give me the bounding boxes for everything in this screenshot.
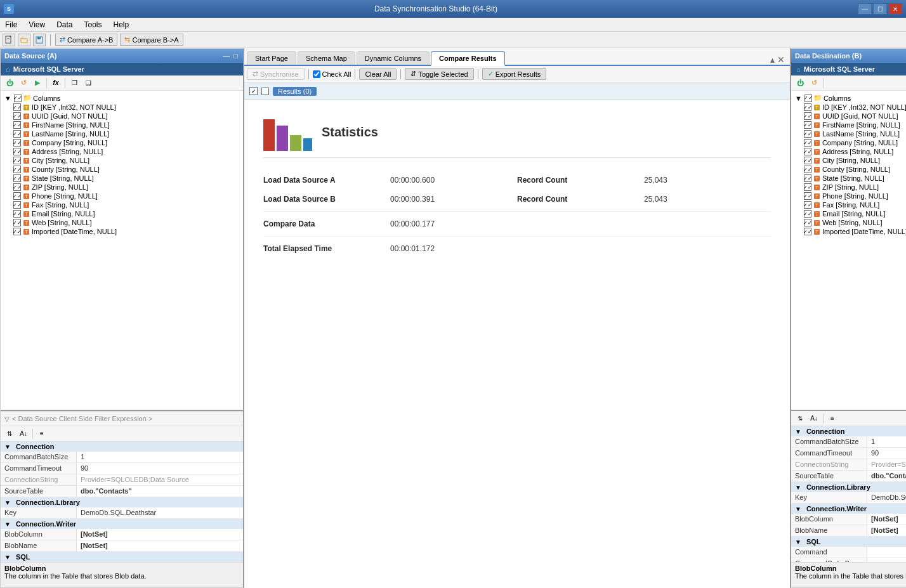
right-field-checkbox-3[interactable]: ✓: [804, 130, 811, 138]
right-tree-item-1[interactable]: ✓ T UUID [Guid, NOT NULL]: [794, 112, 906, 121]
right-field-checkbox-1[interactable]: ✓: [804, 112, 811, 120]
left-tree-item-2[interactable]: ✓ T FirstName [String, NULL]: [3, 121, 240, 129]
left-tree-item-6[interactable]: ✓ T City [String, NULL]: [3, 156, 240, 165]
check-all-label[interactable]: Check All: [313, 70, 351, 78]
left-field-checkbox-5[interactable]: ✓: [13, 148, 21, 155]
tab-start-page[interactable]: Start Page: [247, 51, 296, 65]
left-sort-button[interactable]: ⇅: [3, 428, 16, 440]
left-tree-item-10[interactable]: ✓ T Phone [String, NULL]: [3, 192, 240, 200]
toggle-selected-button[interactable]: ⇵ Toggle Selected: [405, 68, 473, 80]
left-tree-item-12[interactable]: ✓ T Email [String, NULL]: [3, 209, 240, 218]
left-run-button[interactable]: ▶: [31, 77, 44, 89]
toolbar-btn-new[interactable]: [3, 34, 15, 46]
right-connwriter-section[interactable]: ▼ Connection.Writer: [791, 504, 906, 514]
left-tree-item-8[interactable]: ✓ T State [String, NULL]: [3, 174, 240, 183]
right-field-checkbox-7[interactable]: ✓: [804, 166, 811, 173]
menu-data[interactable]: Data: [54, 19, 75, 30]
left-tree-item-3[interactable]: ✓ T LastName [String, NULL]: [3, 129, 240, 138]
left-sql-section[interactable]: ▼ SQL: [1, 552, 243, 562]
left-field-checkbox-6[interactable]: ✓: [13, 157, 21, 164]
left-float-button[interactable]: □: [232, 52, 239, 60]
right-field-checkbox-4[interactable]: ✓: [804, 139, 811, 147]
left-field-checkbox-2[interactable]: ✓: [13, 121, 21, 129]
right-sql-section[interactable]: ▼ SQL: [791, 537, 906, 547]
right-tree-item-9[interactable]: ✓ T ZIP [String, NULL]: [794, 183, 906, 192]
left-field-checkbox-1[interactable]: ✓: [13, 112, 21, 120]
toolbar-btn-save[interactable]: [33, 34, 46, 46]
right-field-checkbox-13[interactable]: ✓: [804, 219, 811, 226]
left-field-checkbox-3[interactable]: ✓: [13, 130, 21, 138]
left-field-checkbox-7[interactable]: ✓: [13, 166, 21, 173]
left-field-checkbox-12[interactable]: ✓: [13, 210, 21, 218]
check-all-checkbox[interactable]: [313, 70, 320, 78]
left-field-checkbox-9[interactable]: ✓: [13, 183, 21, 191]
left-field-checkbox-0[interactable]: ✓: [13, 103, 21, 111]
left-tree-item-7[interactable]: ✓ T County [String, NULL]: [3, 165, 240, 174]
left-field-checkbox-10[interactable]: ✓: [13, 192, 21, 200]
right-tree-item-12[interactable]: ✓ T Email [String, NULL]: [794, 209, 906, 218]
left-field-checkbox-4[interactable]: ✓: [13, 139, 21, 147]
left-refresh-button[interactable]: ↺: [17, 77, 30, 89]
left-field-checkbox-11[interactable]: ✓: [13, 201, 21, 209]
left-tree-item-9[interactable]: ✓ T ZIP [String, NULL]: [3, 183, 240, 192]
left-field-checkbox-14[interactable]: ✓: [13, 228, 21, 235]
menu-tools[interactable]: Tools: [82, 19, 105, 30]
left-tree-item-11[interactable]: ✓ T Fax [String, NULL]: [3, 200, 240, 209]
left-paste-button[interactable]: ❑: [82, 77, 95, 89]
right-field-checkbox-5[interactable]: ✓: [804, 148, 811, 155]
right-field-checkbox-8[interactable]: ✓: [804, 174, 811, 182]
left-tree-item-5[interactable]: ✓ T Address [String, NULL]: [3, 147, 240, 156]
left-connlib-section[interactable]: ▼ Connection.Library: [1, 497, 243, 507]
right-tree-item-2[interactable]: ✓ T FirstName [String, NULL]: [794, 121, 906, 129]
right-tree-item-11[interactable]: ✓ T Fax [String, NULL]: [794, 200, 906, 209]
right-connlib-section[interactable]: ▼ Connection.Library: [791, 482, 906, 492]
tree-root-checkbox[interactable]: ✓: [14, 95, 22, 102]
left-fx-button[interactable]: fx: [49, 77, 62, 89]
tab-schema-map[interactable]: Schema Map: [298, 51, 355, 65]
synchronise-button[interactable]: ⇄ Synchronise: [247, 68, 305, 80]
export-results-button[interactable]: ✓ Export Results: [482, 68, 547, 80]
right-field-checkbox-10[interactable]: ✓: [804, 192, 811, 200]
menu-view[interactable]: View: [26, 19, 48, 30]
right-power-button[interactable]: ⏻: [794, 77, 806, 89]
right-tree-item-8[interactable]: ✓ T State [String, NULL]: [794, 174, 906, 183]
left-tree-item-14[interactable]: ✓ T Imported [DateTime, NULL]: [3, 227, 240, 236]
tab-compare-results[interactable]: Compare Results: [431, 51, 504, 66]
right-tree-item-5[interactable]: ✓ T Address [String, NULL]: [794, 147, 906, 156]
right-connection-section[interactable]: ▼ Connection: [791, 426, 906, 436]
right-field-checkbox-2[interactable]: ✓: [804, 121, 811, 129]
right-tree-item-13[interactable]: ✓ T Web [String, NULL]: [794, 218, 906, 227]
results-expand[interactable]: [261, 88, 269, 95]
right-tree-item-3[interactable]: ✓ T LastName [String, NULL]: [794, 129, 906, 138]
compare-ab-button[interactable]: ⇄ Compare A->B: [55, 34, 117, 46]
compare-ba-button[interactable]: ⇆ Compare B->A: [120, 34, 183, 46]
close-button[interactable]: ✕: [888, 3, 902, 15]
right-field-checkbox-6[interactable]: ✓: [804, 157, 811, 164]
right-field-checkbox-9[interactable]: ✓: [804, 183, 811, 191]
menu-help[interactable]: Help: [111, 19, 132, 30]
left-connection-section[interactable]: ▼ Connection: [1, 441, 243, 452]
left-tree-item-1[interactable]: ✓ T UUID [Guid, NOT NULL]: [3, 112, 240, 121]
results-checkbox[interactable]: ✓: [249, 87, 258, 95]
right-tree-root-checkbox[interactable]: ✓: [804, 95, 812, 102]
menu-file[interactable]: File: [3, 19, 20, 30]
center-panel-close[interactable]: ▴ ✕: [768, 55, 787, 65]
toolbar-btn-open[interactable]: [18, 34, 30, 46]
right-tree-root[interactable]: ▼ ✓ 📁 Columns: [794, 93, 906, 103]
left-field-checkbox-13[interactable]: ✓: [13, 219, 21, 226]
right-info-button[interactable]: ≡: [826, 413, 839, 424]
minimize-button[interactable]: —: [858, 3, 872, 15]
right-field-checkbox-12[interactable]: ✓: [804, 210, 811, 218]
right-tree-item-0[interactable]: ✓ T ID [KEY ,Int32, NOT NULL]: [794, 103, 906, 112]
left-power-button[interactable]: ⏻: [3, 77, 16, 89]
left-tree-item-0[interactable]: ✓ T ID [KEY ,Int32, NOT NULL]: [3, 103, 240, 112]
right-field-checkbox-11[interactable]: ✓: [804, 201, 811, 209]
left-tree-item-13[interactable]: ✓ T Web [String, NULL]: [3, 218, 240, 227]
right-tree-item-10[interactable]: ✓ T Phone [String, NULL]: [794, 192, 906, 200]
tab-dynamic-columns[interactable]: Dynamic Columns: [357, 51, 430, 65]
right-tree-item-7[interactable]: ✓ T County [String, NULL]: [794, 165, 906, 174]
right-az-button[interactable]: A↓: [808, 413, 820, 424]
left-tree-item-4[interactable]: ✓ T Company [String, NULL]: [3, 138, 240, 147]
left-copy-button[interactable]: ❐: [68, 77, 81, 89]
clear-all-button[interactable]: Clear All: [359, 69, 397, 80]
